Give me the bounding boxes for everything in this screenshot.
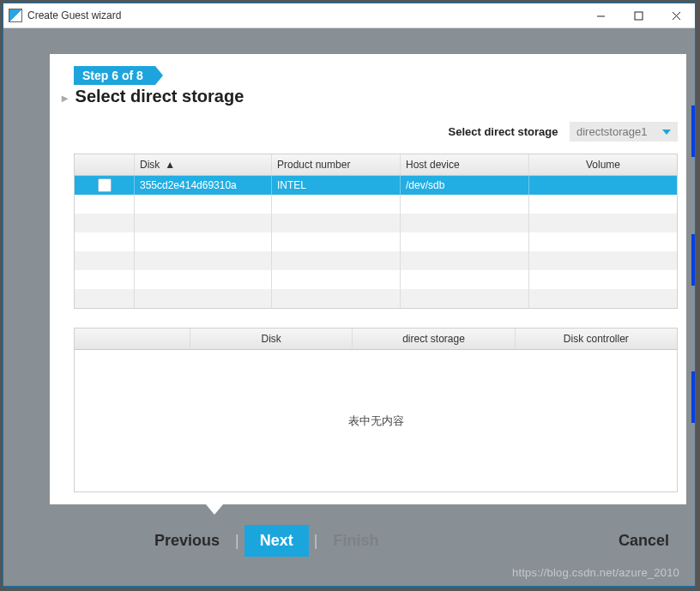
table-header: Disk direct storage Disk controller: [75, 329, 677, 350]
cell-disk: 355cd2e414d69310a: [135, 176, 272, 195]
separator: |: [230, 532, 244, 550]
col-blank[interactable]: [75, 329, 190, 349]
col-storage-label: direct storage: [402, 333, 465, 345]
table-row[interactable]: [75, 270, 677, 289]
col-product-label: Product number: [277, 159, 350, 171]
col-disk[interactable]: Disk ▲: [135, 154, 272, 175]
storage-selector-row: Select direct storage directstorage1: [74, 122, 678, 142]
col-disk[interactable]: Disk: [190, 329, 353, 349]
backdrop-stripe: [691, 106, 695, 157]
row-checkbox[interactable]: [98, 178, 112, 192]
app-icon: [9, 9, 22, 22]
backdrop-stripe: [691, 234, 695, 286]
table-body: 355cd2e414d69310a INTEL /dev/sdb: [75, 176, 677, 308]
maximize-button[interactable]: [619, 3, 657, 27]
table-header: Disk ▲ Product number Host device Volume: [75, 154, 677, 176]
next-button[interactable]: Next: [244, 525, 309, 557]
cell-product: INTEL: [272, 176, 401, 195]
svg-marker-4: [662, 130, 671, 135]
col-volume-label: Volume: [586, 159, 620, 171]
table-row[interactable]: [75, 251, 677, 270]
col-controller-label: Disk controller: [564, 333, 629, 345]
col-product[interactable]: Product number: [272, 154, 401, 175]
title-bar: Create Guest wizard: [3, 3, 695, 28]
page-title: ▸ Select direct storage: [74, 87, 678, 106]
close-button[interactable]: [657, 3, 695, 27]
available-disks-table: Disk ▲ Product number Host device Volume…: [74, 154, 678, 309]
wizard-footer: Previous | Next | Finish Cancel: [50, 525, 679, 557]
storage-selector-value: directstorage1: [576, 125, 647, 138]
backdrop-stripe: [691, 371, 695, 423]
step-badge: Step 6 of 8: [74, 66, 155, 85]
col-volume[interactable]: Volume: [529, 154, 677, 175]
table-row[interactable]: [75, 232, 677, 251]
storage-selector-label: Select direct storage: [448, 125, 558, 138]
speech-pointer-icon: [206, 504, 223, 515]
empty-state-text: 表中无内容: [348, 413, 404, 429]
page-title-text: Select direct storage: [75, 87, 244, 106]
col-host[interactable]: Host device: [401, 154, 529, 175]
separator: |: [309, 532, 323, 550]
cell-host: /dev/sdb: [401, 176, 529, 195]
previous-button[interactable]: Previous: [144, 527, 230, 555]
title-marker-icon: ▸: [62, 91, 69, 105]
assigned-disks-table: Disk direct storage Disk controller 表中无内…: [74, 328, 678, 492]
table-row[interactable]: [75, 214, 677, 232]
window-title: Create Guest wizard: [27, 9, 582, 21]
cancel-button[interactable]: Cancel: [608, 527, 679, 555]
sort-asc-icon: ▲: [165, 159, 175, 171]
minimize-button[interactable]: [582, 3, 619, 27]
empty-state: 表中无内容: [75, 350, 677, 491]
col-disk-label: Disk: [140, 159, 160, 171]
col-disk-label: Disk: [261, 333, 281, 345]
col-checkbox[interactable]: [75, 154, 135, 175]
watermark: https://blog.csdn.net/azure_2010: [512, 566, 679, 579]
svg-rect-1: [635, 12, 643, 20]
finish-button: Finish: [323, 527, 389, 555]
storage-selector-dropdown[interactable]: directstorage1: [570, 122, 678, 142]
window-frame: Create Guest wizard Step 6 of 8 ▸ Select…: [3, 3, 696, 587]
col-host-label: Host device: [406, 159, 460, 171]
table-row[interactable]: [75, 195, 677, 214]
wizard-panel: Step 6 of 8 ▸ Select direct storage Sele…: [50, 54, 686, 504]
table-row[interactable]: [75, 289, 677, 308]
col-storage[interactable]: direct storage: [353, 329, 515, 349]
cell-volume: [529, 176, 677, 195]
table-row[interactable]: 355cd2e414d69310a INTEL /dev/sdb: [75, 176, 677, 195]
chevron-down-icon: [662, 130, 671, 135]
window-controls: [582, 3, 695, 27]
modal-overlay: Step 6 of 8 ▸ Select direct storage Sele…: [3, 28, 695, 586]
col-controller[interactable]: Disk controller: [516, 329, 677, 349]
